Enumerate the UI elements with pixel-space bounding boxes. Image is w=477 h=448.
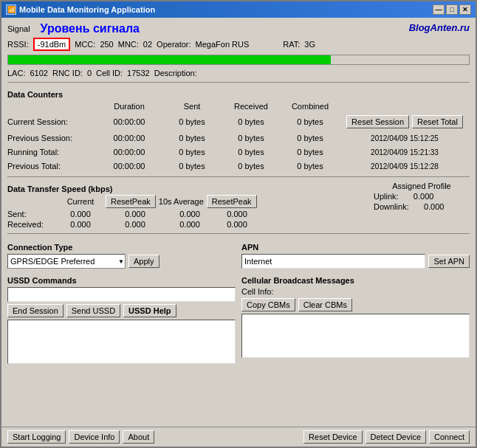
downlink-row: Downlink: 0.000 xyxy=(374,202,470,211)
conn-type-select[interactable]: GPRS/EDGE Preferred 3G Preferred Auto xyxy=(7,254,126,269)
reset-total-button[interactable]: Reset Total xyxy=(412,115,463,128)
signal-annotation: Уровень сигнала xyxy=(41,22,140,35)
speed-sent-avg: 0.000 xyxy=(168,210,212,218)
speed-title: Data Transfer Speed (kbps) xyxy=(7,185,368,193)
speed-section: Data Transfer Speed (kbps) Current Reset… xyxy=(7,182,470,229)
col-header-1: Duration xyxy=(96,102,162,111)
reset-peak-button-2[interactable]: ResetPeak xyxy=(207,195,257,208)
col-header-0 xyxy=(7,102,96,111)
row-combined-1: 0 bytes xyxy=(281,134,340,142)
speed-recv-avg: 0.000 xyxy=(168,220,212,229)
col-header-5 xyxy=(340,102,470,111)
clear-cbms-button[interactable]: Clear CBMs xyxy=(298,298,352,311)
speed-header-row: Current ResetPeak 10s Average ResetPeak xyxy=(7,195,368,208)
table-row: Previous Total: 00:00:00 0 bytes 0 bytes… xyxy=(7,160,470,172)
desc-label: Description: xyxy=(154,69,197,77)
ussd-input[interactable] xyxy=(7,287,236,302)
row-sent-0: 0 bytes xyxy=(162,117,222,126)
apn-section: APN Set APN xyxy=(241,240,470,269)
table-row: Current Session: 00:00:00 0 bytes 0 byte… xyxy=(7,114,470,130)
row-extra-2: 2012/04/09 15:21:33 xyxy=(340,148,470,156)
row-duration-1: 00:00:00 xyxy=(96,134,162,142)
ussd-cb-sections: USSD Commands End Session Send USSD USSD… xyxy=(7,273,470,364)
end-session-button[interactable]: End Session xyxy=(7,304,64,317)
title-bar-left: 📶 Mobile Data Monitoring Application xyxy=(6,4,155,15)
operator-value: MegaFon RUS xyxy=(196,40,250,49)
cb-buttons: Copy CBMs Clear CBMs xyxy=(241,298,470,311)
row-label-0: Current Session: xyxy=(7,117,96,126)
bottom-bar-right: Reset Device Detect Device Connect xyxy=(303,430,470,444)
table-row: Running Total: 00:00:00 0 bytes 0 bytes … xyxy=(7,146,470,158)
mcc-label: MCC: xyxy=(75,40,95,49)
minimize-button[interactable]: — xyxy=(433,4,445,15)
about-button[interactable]: About xyxy=(123,430,154,444)
reset-device-button[interactable]: Reset Device xyxy=(303,430,362,444)
divider-1 xyxy=(7,82,470,83)
connection-type-section: Connection Type GPRS/EDGE Preferred 3G P… xyxy=(7,240,236,269)
cb-textarea[interactable] xyxy=(241,314,470,358)
connect-button[interactable]: Connect xyxy=(429,430,470,444)
reset-session-button[interactable]: Reset Session xyxy=(346,115,409,128)
speed-sent-val4: 0.000 xyxy=(215,210,259,218)
bottom-bar: Start Logging Device Info About Reset De… xyxy=(1,427,476,447)
apply-button[interactable]: Apply xyxy=(128,255,159,268)
speed-sent-current: 0.000 xyxy=(58,210,103,218)
ussd-buttons: End Session Send USSD USSD Help xyxy=(7,304,236,317)
detect-device-button[interactable]: Detect Device xyxy=(366,430,426,444)
ussd-title: USSD Commands xyxy=(7,276,236,285)
lac-value: 6102 xyxy=(30,69,47,77)
cell-label: Cell ID: xyxy=(96,69,123,77)
row-label-1: Previous Session: xyxy=(7,134,96,142)
assigned-profile-label: Assigned Profile xyxy=(374,182,470,190)
row-sent-3: 0 bytes xyxy=(162,162,222,170)
uplink-row: Uplink: 0.000 xyxy=(374,192,470,201)
row-label-3: Previous Total: xyxy=(7,162,96,170)
ussd-help-button[interactable]: USSD Help xyxy=(123,304,176,317)
title-controls: — □ ✕ xyxy=(433,4,471,15)
copy-cbms-button[interactable]: Copy CBMs xyxy=(241,298,295,311)
maximize-button[interactable]: □ xyxy=(446,4,458,15)
downlink-label: Downlink: xyxy=(374,202,409,211)
speed-sent-row: Sent: 0.000 0.000 0.000 0.000 xyxy=(7,210,368,218)
row-duration-0: 00:00:00 xyxy=(96,117,162,126)
apn-input[interactable] xyxy=(241,254,425,269)
start-logging-button[interactable]: Start Logging xyxy=(7,430,66,444)
data-counters-title: Data Counters xyxy=(7,90,470,99)
divider-2 xyxy=(7,176,470,177)
uplink-value: 0.000 xyxy=(402,192,446,201)
apn-title: APN xyxy=(241,243,470,252)
row-duration-3: 00:00:00 xyxy=(96,162,162,170)
rat-label: RAT: xyxy=(283,40,300,49)
row-combined-0: 0 bytes xyxy=(281,117,340,126)
table-header: Duration Sent Received Combined xyxy=(7,101,470,111)
window-title: Mobile Data Monitoring Application xyxy=(19,5,155,14)
ussd-section: USSD Commands End Session Send USSD USSD… xyxy=(7,273,236,364)
title-bar: 📶 Mobile Data Monitoring Application — □… xyxy=(1,1,476,18)
signal-bar-row xyxy=(7,55,470,65)
bottom-sections: Connection Type GPRS/EDGE Preferred 3G P… xyxy=(7,240,470,269)
ussd-textarea[interactable] xyxy=(7,320,236,364)
speed-col-current: Current xyxy=(58,197,103,206)
lac-row: LAC: 6102 RNC ID: 0 Cell ID: 17532 Descr… xyxy=(7,69,470,77)
cb-section: Cellular Broadcast Messages Cell Info: C… xyxy=(241,273,470,364)
close-button[interactable]: ✕ xyxy=(459,4,471,15)
conn-type-select-wrapper: GPRS/EDGE Preferred 3G Preferred Auto xyxy=(7,254,126,269)
speed-recv-current: 0.000 xyxy=(58,220,103,229)
content-area: Signal Уровень сигнала BlogAnten.ru RSSI… xyxy=(1,18,476,427)
downlink-value: 0.000 xyxy=(412,202,456,211)
rnc-value: 0 xyxy=(87,69,92,77)
apn-row: Set APN xyxy=(241,254,470,269)
speed-left: Data Transfer Speed (kbps) Current Reset… xyxy=(7,182,368,229)
row-extra-3: 2012/04/09 15:12:28 xyxy=(340,162,470,170)
col-header-3: Received xyxy=(222,102,281,111)
uplink-label: Uplink: xyxy=(374,192,399,201)
rat-value: 3G xyxy=(304,40,315,49)
main-window: 📶 Mobile Data Monitoring Application — □… xyxy=(0,0,477,448)
mnc-label: MNC: xyxy=(118,40,139,49)
reset-peak-button-1[interactable]: ResetPeak xyxy=(106,195,156,208)
device-info-button[interactable]: Device Info xyxy=(69,430,120,444)
set-apn-button[interactable]: Set APN xyxy=(428,255,470,268)
rssi-row: RSSI: -91dBm MCC: 250 MNC: 02 Operator: … xyxy=(7,38,470,51)
send-ussd-button[interactable]: Send USSD xyxy=(66,304,120,317)
row-combined-2: 0 bytes xyxy=(281,148,340,156)
